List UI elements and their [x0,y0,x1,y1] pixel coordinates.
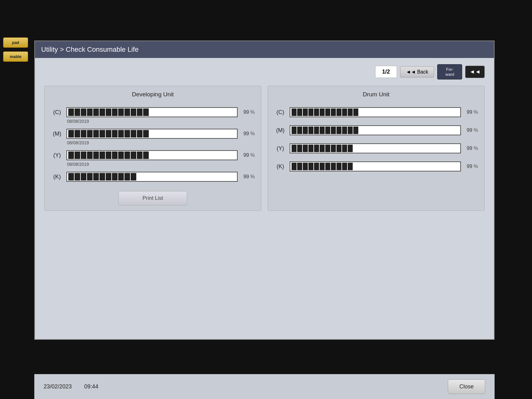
dev-c-label: (C) [51,109,63,116]
status-date: 23/02/2023 [44,383,72,390]
sidebar-btn-pad[interactable]: pad [3,37,28,48]
dev-k-label: (K) [51,174,63,180]
forward-label: For-ward [445,67,454,77]
bg-top [0,0,532,41]
drum-m-blocks [290,126,360,135]
columns-container: Developing Unit (C) 99 % 08/08/2019 [44,86,485,211]
drum-c-row: (C) 99 % [274,107,478,117]
close-button[interactable]: Close [448,379,485,394]
drum-y-blocks [290,144,354,153]
dev-c-bar [66,107,238,117]
dev-y-percent: 99 % [241,152,255,158]
drum-y-label: (Y) [274,145,287,152]
drum-c-percent: 99 % [464,109,478,115]
dev-k-blocks [67,172,138,181]
dev-y-row: (Y) 99 % [51,150,255,160]
dev-y-bar [66,150,238,160]
back-button[interactable]: ◄◄ Back [400,66,434,78]
drum-k-blocks [290,162,354,171]
dev-m-bar [66,129,238,139]
sidebar-btn-mable[interactable]: mable [3,51,28,62]
nav-row: 1/2 ◄◄ Back For-ward ◄◄ [44,64,485,79]
dev-k-bar [66,172,238,182]
status-clock: 09:44 [84,383,98,390]
bg-right [495,0,532,399]
drum-k-row: (K) 99 % [274,161,478,171]
dev-k-percent: 99 % [241,174,255,180]
dev-c-blocks [67,108,150,117]
drum-y-bar [290,143,461,153]
dev-y-label: (Y) [51,152,63,159]
page-indicator: 1/2 [375,66,397,78]
content-area: 1/2 ◄◄ Back For-ward ◄◄ Developing Unit … [35,58,494,217]
dev-y-date-row: 08/08/2019 [51,162,255,167]
dev-m-percent: 99 % [241,131,255,137]
status-time: 23/02/2023 09:44 [44,383,98,390]
drum-m-bar [290,125,461,135]
drum-k-percent: 99 % [464,164,478,169]
drum-c-label: (C) [274,109,287,116]
dev-m-date: 08/08/2019 [67,140,89,145]
drum-y-percent: 99 % [464,146,478,151]
print-list-button[interactable]: Print List [118,191,187,205]
dev-y-date: 08/08/2019 [67,162,89,167]
dev-c-row: (C) 99 % [51,107,255,117]
forward-button[interactable]: For-ward [437,64,462,79]
dev-m-date-row: 08/08/2019 [51,140,255,145]
drum-c-bar [290,107,461,117]
drum-m-label: (M) [274,127,287,134]
dev-y-blocks [67,151,150,160]
drum-m-row: (M) 99 % [274,125,478,135]
developing-unit-title: Developing Unit [51,91,255,101]
developing-unit-column: Developing Unit (C) 99 % 08/08/2019 [44,86,261,211]
drum-c-blocks [290,108,360,117]
dev-c-date: 08/08/2019 [67,119,89,124]
drum-k-label: (K) [274,163,287,170]
dev-m-row: (M) 99 % [51,129,255,139]
drum-unit-column: Drum Unit (C) 99 % (M) [268,86,485,211]
page-title: Utility > Check Consumable Life [41,46,138,53]
drum-k-bar [290,161,461,171]
dev-m-label: (M) [51,131,63,137]
dev-k-row: (K) 99 % [51,172,255,182]
dev-c-percent: 99 % [241,109,255,115]
drum-m-percent: 99 % [464,127,478,133]
main-dialog: Utility > Check Consumable Life 1/2 ◄◄ B… [34,41,495,340]
drum-unit-title: Drum Unit [274,91,478,101]
drum-y-row: (Y) 99 % [274,143,478,153]
dev-c-date-row: 08/08/2019 [51,119,255,124]
dev-m-blocks [67,129,150,138]
status-bar: 23/02/2023 09:44 Close [34,374,495,399]
left-sidebar: pad mable [3,37,28,62]
forward-arrow-button[interactable]: ◄◄ [465,66,485,78]
title-bar: Utility > Check Consumable Life [35,41,494,58]
